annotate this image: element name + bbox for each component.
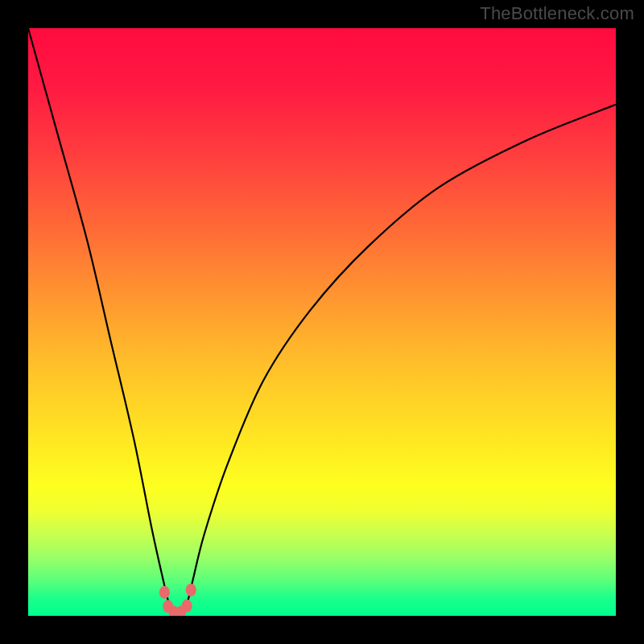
curve-svg	[28, 28, 616, 616]
plot-area	[28, 28, 616, 616]
minimum-marker	[182, 600, 192, 613]
minimum-marker	[186, 584, 196, 597]
minimum-markers	[159, 584, 196, 616]
watermark-text: TheBottleneck.com	[480, 3, 634, 24]
bottleneck-curve	[28, 28, 616, 614]
chart-container: TheBottleneck.com	[0, 0, 644, 644]
minimum-marker	[159, 586, 170, 599]
